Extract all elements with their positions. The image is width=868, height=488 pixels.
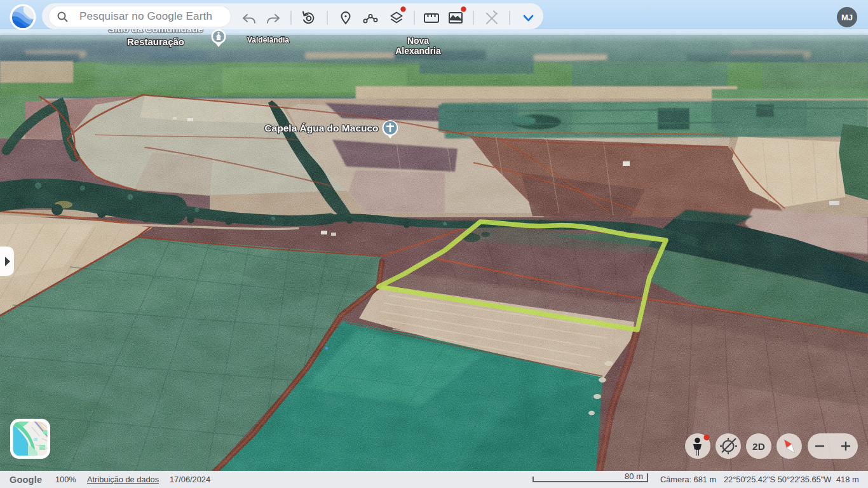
svg-text:Restauração: Restauração bbox=[127, 36, 184, 47]
svg-text:Valdelândia: Valdelândia bbox=[247, 36, 289, 44]
svg-text:Nova: Nova bbox=[407, 36, 429, 46]
svg-text:2D: 2D bbox=[752, 441, 765, 452]
svg-text:Capela Água do Macuco: Capela Água do Macuco bbox=[264, 123, 378, 133]
svg-text:Alexandria: Alexandria bbox=[395, 46, 441, 56]
